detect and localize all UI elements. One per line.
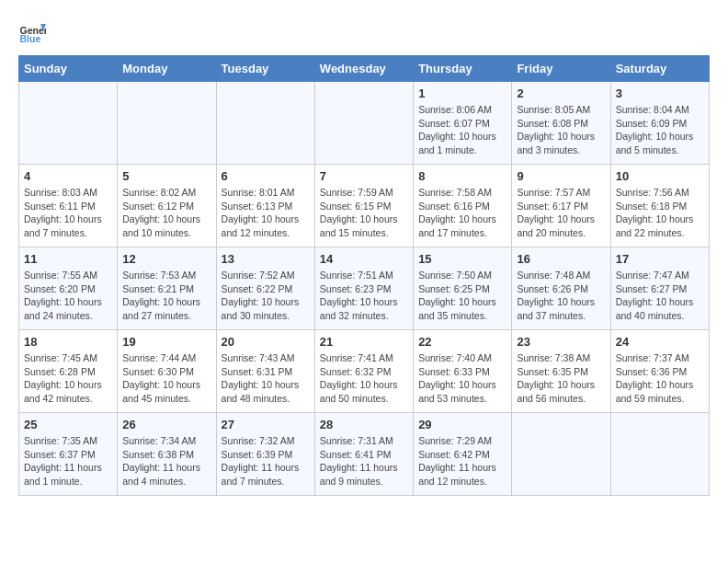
calendar-cell: 12Sunrise: 7:53 AM Sunset: 6:21 PM Dayli… (118, 247, 216, 330)
calendar-cell: 17Sunrise: 7:47 AM Sunset: 6:27 PM Dayli… (610, 247, 709, 330)
calendar-cell: 22Sunrise: 7:40 AM Sunset: 6:33 PM Dayli… (414, 330, 512, 413)
day-number: 24 (616, 335, 704, 349)
day-number: 12 (122, 252, 210, 266)
calendar-cell: 21Sunrise: 7:41 AM Sunset: 6:32 PM Dayli… (314, 330, 413, 413)
calendar-cell: 1Sunrise: 8:06 AM Sunset: 6:07 PM Daylig… (414, 82, 512, 165)
day-info: Sunrise: 7:43 AM Sunset: 6:31 PM Dayligh… (222, 351, 310, 406)
day-number: 26 (122, 418, 210, 431)
day-number: 13 (222, 252, 310, 266)
calendar-cell: 28Sunrise: 7:31 AM Sunset: 6:41 PM Dayli… (314, 413, 413, 496)
calendar-cell (118, 82, 216, 165)
logo: General Blue (18, 18, 50, 46)
week-row-5: 25Sunrise: 7:35 AM Sunset: 6:37 PM Dayli… (19, 413, 710, 496)
day-info: Sunrise: 7:53 AM Sunset: 6:21 PM Dayligh… (122, 269, 210, 323)
day-info: Sunrise: 7:40 AM Sunset: 6:33 PM Dayligh… (418, 351, 506, 406)
day-number: 14 (320, 252, 408, 266)
calendar-cell: 25Sunrise: 7:35 AM Sunset: 6:37 PM Dayli… (19, 413, 118, 496)
week-row-2: 4Sunrise: 8:03 AM Sunset: 6:11 PM Daylig… (19, 165, 710, 247)
calendar-cell: 27Sunrise: 7:32 AM Sunset: 6:39 PM Dayli… (216, 413, 314, 496)
day-number: 27 (222, 418, 310, 431)
calendar-cell: 20Sunrise: 7:43 AM Sunset: 6:31 PM Dayli… (216, 330, 314, 413)
header-tuesday: Tuesday (216, 56, 314, 82)
day-number: 11 (24, 252, 112, 266)
calendar-cell: 6Sunrise: 8:01 AM Sunset: 6:13 PM Daylig… (216, 165, 314, 247)
day-info: Sunrise: 7:51 AM Sunset: 6:23 PM Dayligh… (320, 269, 408, 323)
calendar-cell: 15Sunrise: 7:50 AM Sunset: 6:25 PM Dayli… (414, 247, 512, 330)
header-monday: Monday (118, 56, 216, 82)
calendar-cell: 18Sunrise: 7:45 AM Sunset: 6:28 PM Dayli… (19, 330, 118, 413)
day-info: Sunrise: 7:41 AM Sunset: 6:32 PM Dayligh… (320, 351, 408, 406)
day-number: 25 (24, 418, 112, 431)
day-number: 28 (320, 418, 408, 431)
day-info: Sunrise: 8:04 AM Sunset: 6:09 PM Dayligh… (616, 103, 704, 157)
day-info: Sunrise: 8:01 AM Sunset: 6:13 PM Dayligh… (222, 186, 310, 240)
day-number: 10 (616, 169, 704, 183)
calendar-cell: 8Sunrise: 7:58 AM Sunset: 6:16 PM Daylig… (414, 165, 512, 247)
calendar-header-row: SundayMondayTuesdayWednesdayThursdayFrid… (19, 56, 710, 82)
calendar-cell: 26Sunrise: 7:34 AM Sunset: 6:38 PM Dayli… (118, 413, 216, 496)
day-info: Sunrise: 8:02 AM Sunset: 6:12 PM Dayligh… (122, 186, 210, 240)
day-number: 1 (418, 86, 506, 100)
calendar-cell (512, 413, 610, 496)
calendar-cell (216, 82, 314, 165)
day-info: Sunrise: 7:55 AM Sunset: 6:20 PM Dayligh… (24, 269, 112, 323)
day-number: 20 (222, 335, 310, 349)
day-info: Sunrise: 8:05 AM Sunset: 6:08 PM Dayligh… (517, 103, 605, 157)
week-row-3: 11Sunrise: 7:55 AM Sunset: 6:20 PM Dayli… (19, 247, 710, 330)
day-number: 8 (418, 169, 506, 183)
header-saturday: Saturday (610, 56, 709, 82)
day-number: 16 (517, 252, 605, 266)
day-number: 15 (418, 252, 506, 266)
day-info: Sunrise: 7:58 AM Sunset: 6:16 PM Dayligh… (418, 186, 506, 240)
day-info: Sunrise: 7:48 AM Sunset: 6:26 PM Dayligh… (517, 269, 605, 323)
calendar-cell (19, 82, 118, 165)
calendar-cell: 16Sunrise: 7:48 AM Sunset: 6:26 PM Dayli… (512, 247, 610, 330)
day-number: 21 (320, 335, 408, 349)
day-info: Sunrise: 8:03 AM Sunset: 6:11 PM Dayligh… (24, 186, 112, 240)
header-wednesday: Wednesday (314, 56, 413, 82)
day-number: 4 (24, 169, 112, 183)
calendar-table: SundayMondayTuesdayWednesdayThursdayFrid… (18, 55, 710, 496)
calendar-cell (610, 413, 709, 496)
day-info: Sunrise: 7:32 AM Sunset: 6:39 PM Dayligh… (222, 434, 310, 488)
day-number: 2 (517, 86, 605, 100)
calendar-cell: 3Sunrise: 8:04 AM Sunset: 6:09 PM Daylig… (610, 82, 709, 165)
page-header: General Blue (18, 18, 710, 46)
day-number: 17 (616, 252, 704, 266)
day-info: Sunrise: 7:52 AM Sunset: 6:22 PM Dayligh… (222, 269, 310, 323)
day-number: 7 (320, 169, 408, 183)
header-sunday: Sunday (19, 56, 118, 82)
calendar-cell: 10Sunrise: 7:56 AM Sunset: 6:18 PM Dayli… (610, 165, 709, 247)
calendar-cell: 24Sunrise: 7:37 AM Sunset: 6:36 PM Dayli… (610, 330, 709, 413)
day-info: Sunrise: 7:45 AM Sunset: 6:28 PM Dayligh… (24, 351, 112, 406)
calendar-cell (314, 82, 413, 165)
day-info: Sunrise: 7:31 AM Sunset: 6:41 PM Dayligh… (320, 434, 408, 488)
day-number: 18 (24, 335, 112, 349)
calendar-cell: 4Sunrise: 8:03 AM Sunset: 6:11 PM Daylig… (19, 165, 118, 247)
day-number: 19 (122, 335, 210, 349)
day-number: 6 (222, 169, 310, 183)
calendar-cell: 13Sunrise: 7:52 AM Sunset: 6:22 PM Dayli… (216, 247, 314, 330)
day-info: Sunrise: 7:57 AM Sunset: 6:17 PM Dayligh… (517, 186, 605, 240)
day-info: Sunrise: 7:44 AM Sunset: 6:30 PM Dayligh… (122, 351, 210, 406)
day-info: Sunrise: 7:56 AM Sunset: 6:18 PM Dayligh… (616, 186, 704, 240)
day-number: 22 (418, 335, 506, 349)
day-info: Sunrise: 8:06 AM Sunset: 6:07 PM Dayligh… (418, 103, 506, 157)
calendar-cell: 14Sunrise: 7:51 AM Sunset: 6:23 PM Dayli… (314, 247, 413, 330)
calendar-cell: 5Sunrise: 8:02 AM Sunset: 6:12 PM Daylig… (118, 165, 216, 247)
calendar-cell: 23Sunrise: 7:38 AM Sunset: 6:35 PM Dayli… (512, 330, 610, 413)
logo-icon: General Blue (18, 18, 46, 46)
header-friday: Friday (512, 56, 610, 82)
calendar-cell: 2Sunrise: 8:05 AM Sunset: 6:08 PM Daylig… (512, 82, 610, 165)
day-info: Sunrise: 7:35 AM Sunset: 6:37 PM Dayligh… (24, 434, 112, 488)
svg-text:Blue: Blue (20, 33, 41, 44)
day-number: 23 (517, 335, 605, 349)
day-info: Sunrise: 7:29 AM Sunset: 6:42 PM Dayligh… (418, 434, 506, 488)
calendar-cell: 29Sunrise: 7:29 AM Sunset: 6:42 PM Dayli… (414, 413, 512, 496)
day-number: 3 (616, 86, 704, 100)
week-row-1: 1Sunrise: 8:06 AM Sunset: 6:07 PM Daylig… (19, 82, 710, 165)
calendar-cell: 19Sunrise: 7:44 AM Sunset: 6:30 PM Dayli… (118, 330, 216, 413)
day-info: Sunrise: 7:47 AM Sunset: 6:27 PM Dayligh… (616, 269, 704, 323)
calendar-cell: 9Sunrise: 7:57 AM Sunset: 6:17 PM Daylig… (512, 165, 610, 247)
day-info: Sunrise: 7:37 AM Sunset: 6:36 PM Dayligh… (616, 351, 704, 406)
